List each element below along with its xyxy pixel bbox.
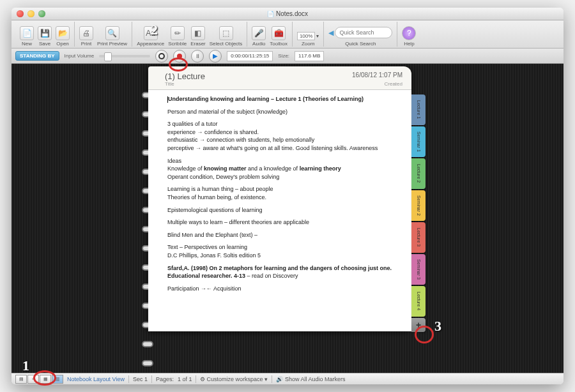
- appearance-icon: Aa: [144, 26, 158, 40]
- pages-value: 1 of 1: [178, 376, 192, 382]
- body-text: Epistemological questions of learning: [167, 206, 402, 215]
- audio-button[interactable]: 🎤Audio: [250, 26, 268, 47]
- section-indicator: Sec 1: [133, 376, 148, 382]
- tab-lecture-2[interactable]: Lecture 2: [411, 158, 425, 189]
- stop-icon: [158, 53, 165, 59]
- pause-icon: ⏸: [195, 53, 201, 59]
- toolbox-icon: 🧰: [272, 26, 286, 40]
- help-icon: ?: [402, 26, 416, 40]
- tab-seminar-2[interactable]: Seminar 2: [411, 190, 425, 221]
- tab-seminar-3[interactable]: Seminar 3: [411, 254, 425, 285]
- note-date: 16/08/12 1:07 PM: [352, 72, 402, 81]
- speaker-icon: 🔊: [276, 376, 283, 382]
- customize-workspace-button[interactable]: ⚙ Customize workspace ▾: [200, 376, 268, 382]
- audio-toolbar: STANDING BY Input Volume ⏸ ▶ 0:00:00/11:…: [12, 49, 564, 64]
- time-display: 0:00:00/11:25:15: [227, 51, 273, 61]
- appearance-button[interactable]: AaAppearance: [135, 26, 166, 47]
- input-volume-label: Input Volume: [65, 53, 95, 59]
- title-caption: Title: [165, 81, 174, 87]
- view-buttons: ▤ ≡ ▦ ▥: [15, 375, 63, 384]
- view-label: Notebook Layout View: [67, 376, 125, 382]
- help-group: ? Help: [397, 22, 420, 47]
- show-audio-markers-button[interactable]: 🔊 Show All Audio Markers: [276, 376, 346, 382]
- print-preview-icon: 🔍: [105, 26, 119, 40]
- window-title: Notes.docx: [12, 10, 564, 17]
- size-display: 117.6 MB: [295, 51, 324, 61]
- pause-button[interactable]: ⏸: [191, 50, 204, 63]
- notebook-body[interactable]: Understanding knowing and learning – Lec…: [148, 90, 411, 331]
- body-text: Learning is a human thing – about people: [167, 186, 273, 192]
- open-button[interactable]: 📂Open: [54, 26, 72, 47]
- record-icon: [177, 54, 182, 59]
- workspace: (1) Lecture 16/08/12 1:07 PM Title Creat…: [12, 64, 564, 373]
- body-text: Participation →← Acquisition: [167, 285, 402, 293]
- eraser-icon: ◧: [191, 26, 205, 40]
- stop-record-button[interactable]: [155, 50, 168, 63]
- body-text: Operant condition, Dewey's problem solvi…: [167, 174, 279, 180]
- outline-view-button[interactable]: ≡: [27, 375, 39, 384]
- body-text: Theories of human being, of existence.: [167, 194, 266, 200]
- volume-slider[interactable]: [99, 55, 150, 57]
- back-icon[interactable]: ◀: [328, 29, 334, 37]
- body-text: perceptive → aware at what's going on at…: [167, 145, 378, 151]
- open-icon: 📂: [56, 26, 70, 40]
- zoom-group[interactable]: 100% ▾ Zoom: [293, 22, 324, 47]
- zoom-value[interactable]: 100%: [297, 32, 315, 40]
- print-icon: 🖨: [79, 26, 93, 40]
- help-button[interactable]: ? Help: [400, 26, 418, 47]
- new-button[interactable]: 📄New: [18, 26, 36, 47]
- gear-icon: ⚙: [200, 376, 205, 382]
- body-text: experience → confidence is shared.: [167, 129, 259, 135]
- body-text: Blind Men and the Elephant (text) –: [167, 231, 402, 239]
- section-tabs: Lecture 1Seminar 1Lecture 2Seminar 2Lect…: [411, 94, 425, 332]
- select-objects-button[interactable]: ⬚Select Objects: [208, 26, 245, 47]
- body-text: Ideas: [167, 158, 181, 164]
- body-text: Person and material of the subject (know…: [167, 108, 402, 116]
- save-icon: 💾: [38, 26, 52, 40]
- print-view-button[interactable]: ▦: [40, 375, 51, 384]
- tab-lecture-3[interactable]: Lecture 3: [411, 222, 425, 253]
- quicksearch-input[interactable]: [335, 27, 392, 38]
- zoom-dropdown: 100% ▾ Zoom: [295, 32, 321, 47]
- body-text: Knowledge of: [167, 165, 204, 172]
- quicksearch-group: ◀ Quick Search: [324, 22, 397, 47]
- new-icon: 📄: [20, 26, 34, 40]
- statusbar: ▤ ≡ ▦ ▥ Notebook Layout View Sec 1 Pages…: [12, 373, 564, 384]
- scribble-button[interactable]: ✏Scribble: [166, 26, 188, 47]
- standby-badge: STANDING BY: [15, 51, 59, 61]
- tab-lecture-1[interactable]: Lecture 1: [411, 94, 425, 125]
- date-caption: Created: [385, 81, 402, 87]
- play-button[interactable]: ▶: [209, 50, 222, 63]
- note-title[interactable]: (1) Lecture: [165, 72, 205, 81]
- save-button[interactable]: 💾Save: [36, 26, 54, 47]
- scribble-icon: ✏: [171, 26, 185, 40]
- dropdown-icon[interactable]: ▾: [316, 33, 319, 39]
- pages-label: Pages:: [156, 376, 174, 382]
- main-toolbar: 📄New💾Save📂Open 🖨Print🔍Print Preview AaAp…: [12, 20, 564, 49]
- body-text: 3 qualities of a tutor: [167, 121, 218, 127]
- plus-icon: +: [416, 320, 421, 330]
- size-label: Size:: [278, 53, 289, 59]
- body-text: enthusiastic → connection with students,…: [167, 137, 314, 143]
- titlebar: Notes.docx: [12, 8, 564, 20]
- body-text: Multiple ways to learn – different theor…: [167, 218, 402, 227]
- add-tab-button[interactable]: +: [411, 318, 425, 332]
- notebook-header: (1) Lecture 16/08/12 1:07 PM Title Creat…: [148, 66, 411, 90]
- print-button[interactable]: 🖨Print: [77, 26, 95, 47]
- print-preview-button[interactable]: 🔍Print Preview: [95, 26, 129, 47]
- play-icon: ▶: [213, 52, 218, 59]
- audio-icon: 🎤: [252, 26, 266, 40]
- select-objects-icon: ⬚: [219, 26, 233, 40]
- body-text: Text – Perspectives on learning: [167, 244, 247, 250]
- eraser-button[interactable]: ◧Eraser: [188, 26, 208, 47]
- body-text: D.C Phillips, Jonas F. Soltis edition 5: [167, 252, 261, 259]
- tab-lecture-4[interactable]: Lecture 4: [411, 286, 425, 317]
- notebook-page[interactable]: (1) Lecture 16/08/12 1:07 PM Title Creat…: [148, 66, 411, 331]
- toolbox-button[interactable]: 🧰Toolbox: [268, 26, 289, 47]
- tab-seminar-1[interactable]: Seminar 1: [411, 126, 425, 157]
- notebook-view-button[interactable]: ▥: [52, 375, 63, 384]
- app-window: Notes.docx 📄New💾Save📂Open 🖨Print🔍Print P…: [12, 8, 564, 384]
- record-button[interactable]: [173, 50, 186, 63]
- body-heading: Understanding knowing and learning – Lec…: [168, 96, 364, 102]
- draft-view-button[interactable]: ▤: [15, 375, 27, 384]
